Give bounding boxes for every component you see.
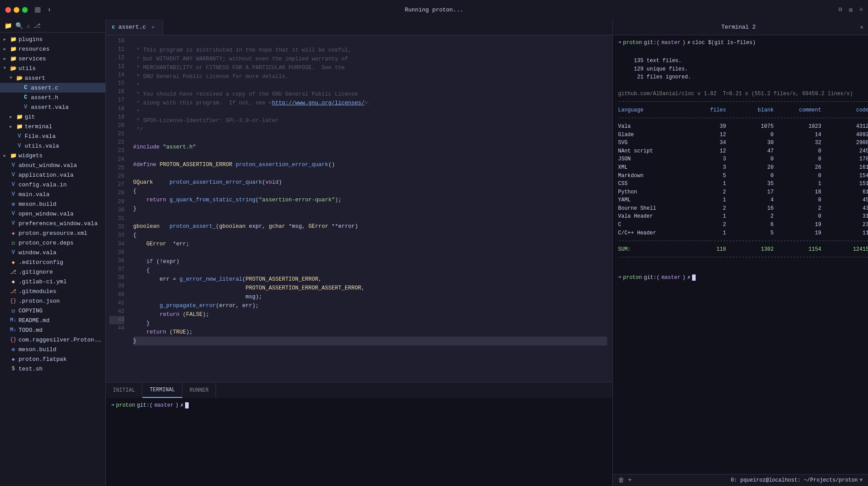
cloc-output: 135 text files. 129 unique files. 21 fil… bbox=[618, 49, 863, 270]
sidebar-item-label: git bbox=[25, 114, 35, 120]
sidebar-item-meson-build-src[interactable]: ⚙ meson.build bbox=[0, 199, 105, 209]
code-editor[interactable]: 1011121314 1516171819 2021222324 2526272… bbox=[106, 35, 612, 382]
right-terminal-content[interactable]: ➜ proton git:(master) ✗ cloc $(git ls-fi… bbox=[613, 35, 868, 474]
tab-initial[interactable]: INITIAL bbox=[106, 382, 142, 398]
vala-file-icon: V bbox=[10, 182, 17, 188]
main-layout: 📁 🔍 ⚠ ⎇ ▶ 📁 plugins ▶ 📁 resources bbox=[0, 19, 868, 486]
sidebar-item-file-vala[interactable]: V File.vala bbox=[0, 131, 105, 141]
tab-runner[interactable]: RUNNER bbox=[183, 382, 216, 398]
download-icon[interactable]: ⬇ bbox=[46, 6, 53, 13]
sidebar-item-label: utils.vala bbox=[25, 143, 59, 149]
sidebar-item-utils[interactable]: ▼ 📂 utils bbox=[0, 63, 105, 73]
sidebar-item-copying[interactable]: ◻ COPYING bbox=[0, 306, 105, 315]
editor-area: C assert.c ✕ 1011121314 1516171819 20212… bbox=[106, 19, 612, 486]
trash-icon[interactable]: 🗑 bbox=[618, 477, 624, 484]
session-selector[interactable]: 0: pqueiroz@localhost: ~/Projects/proton bbox=[731, 477, 858, 483]
minimize-button[interactable] bbox=[14, 7, 19, 13]
config-file-icon: ◆ bbox=[10, 259, 17, 266]
chevron-down-icon: ▼ bbox=[4, 66, 10, 70]
sidebar-item-label: config.vala.in bbox=[19, 182, 67, 188]
right-terminal-cursor bbox=[692, 275, 696, 281]
sidebar-item-widgets[interactable]: ▶ 📁 widgets bbox=[0, 151, 105, 160]
close-button[interactable] bbox=[5, 7, 11, 13]
sidebar-item-proton-flatpak[interactable]: ◈ proton.flatpak bbox=[0, 354, 105, 364]
sidebar-item-services[interactable]: ▶ 📁 services bbox=[0, 54, 105, 63]
split-view-icon[interactable]: ⧉ bbox=[838, 7, 842, 13]
sidebar-item-resources[interactable]: ▶ 📁 resources bbox=[0, 44, 105, 54]
sidebar-item-readme[interactable]: M↓ README.md bbox=[0, 315, 105, 325]
sidebar-item-label: assert.c bbox=[31, 85, 58, 91]
sidebar-item-git[interactable]: ▶ 📁 git bbox=[0, 112, 105, 122]
md-file-icon: M↓ bbox=[10, 327, 17, 333]
maximize-button[interactable] bbox=[22, 7, 28, 13]
sidebar-item-test-sh[interactable]: $ test.sh bbox=[0, 364, 105, 374]
sidebar-item-application-vala[interactable]: V application.vala bbox=[0, 170, 105, 180]
sidebar-item-plugins[interactable]: ▶ 📁 plugins bbox=[0, 34, 105, 44]
right-terminal-prompt-1: ➜ proton git:(master) ✗ cloc $(git ls-fi… bbox=[618, 39, 863, 47]
vala-file-icon: V bbox=[10, 249, 17, 256]
new-folder-icon[interactable]: 📁 bbox=[4, 22, 12, 30]
sidebar-item-window-vala[interactable]: V window.vala bbox=[0, 248, 105, 257]
sidebar-item-proton-json[interactable]: {} .proton.json bbox=[0, 296, 105, 306]
folder-icon: 📁 bbox=[10, 152, 17, 159]
titlebar-right-icons: ⧉ ▤ ≡ bbox=[838, 7, 863, 13]
vala-file-icon: V bbox=[16, 133, 23, 139]
close-right-panel-button[interactable]: ✕ bbox=[860, 23, 864, 31]
prompt-arrow: ➜ bbox=[111, 401, 114, 409]
sidebar-item-meson-build-root[interactable]: ⚙ meson.build bbox=[0, 345, 105, 354]
sidebar-item-label: assert.vala bbox=[31, 104, 69, 111]
window-title: Running proton... bbox=[405, 7, 463, 13]
menu-icon[interactable]: ≡ bbox=[860, 7, 863, 13]
sidebar-item-editorconfig[interactable]: ◆ .editorconfig bbox=[0, 257, 105, 267]
sidebar-item-gitignore[interactable]: ⎇ .gitignore bbox=[0, 267, 105, 277]
line-numbers: 1011121314 1516171819 2021222324 2526272… bbox=[106, 35, 128, 382]
deps-file-icon: ◻ bbox=[10, 240, 17, 246]
search-icon[interactable]: 🔍 bbox=[15, 22, 23, 30]
session-dropdown-icon[interactable]: ▼ bbox=[860, 477, 863, 483]
md-file-icon: M↓ bbox=[10, 317, 17, 323]
sidebar-item-label: resources bbox=[19, 46, 49, 52]
sidebar-item-about-window[interactable]: V about_window.vala bbox=[0, 160, 105, 170]
sidebar: 📁 🔍 ⚠ ⎇ ▶ 📁 plugins ▶ 📁 resources bbox=[0, 19, 106, 486]
vala-file-icon: V bbox=[16, 143, 23, 149]
sidebar-item-todo-md[interactable]: M↓ TODO.md bbox=[0, 325, 105, 335]
branch-icon[interactable]: ⎇ bbox=[34, 22, 41, 30]
sidebar-item-main-vala[interactable]: V main.vala bbox=[0, 189, 105, 199]
folder-icon: 📁 bbox=[16, 123, 23, 130]
chevron-right-icon: ▶ bbox=[10, 115, 16, 119]
sidebar-item-open-window[interactable]: V open_window.vala bbox=[0, 209, 105, 219]
sidebar-item-label: test.sh bbox=[19, 366, 43, 372]
vala-file-icon: V bbox=[22, 104, 29, 110]
sidebar-item-com-raggesilver-json[interactable]: {} com.raggesilver.Proton.json bbox=[0, 335, 105, 345]
sidebar-toggle-icon[interactable] bbox=[35, 7, 41, 13]
panel-icon[interactable]: ▤ bbox=[849, 7, 853, 13]
sidebar-item-gitmodules[interactable]: ⎇ .gitmodules bbox=[0, 286, 105, 296]
sidebar-item-gitlab-ci[interactable]: ◆ .gitlab-ci.yml bbox=[0, 277, 105, 286]
sidebar-item-terminal[interactable]: ▶ 📁 terminal bbox=[0, 122, 105, 131]
folder-icon: 📁 bbox=[10, 56, 17, 62]
sidebar-toolbar: 📁 🔍 ⚠ ⎇ bbox=[0, 19, 105, 33]
tab-terminal[interactable]: TERMINAL bbox=[142, 382, 183, 398]
sidebar-item-assert-vala[interactable]: V assert.vala bbox=[0, 102, 105, 112]
sidebar-item-assert-c[interactable]: C assert.c bbox=[0, 83, 105, 93]
sidebar-item-gresource-xml[interactable]: ◈ proton.gresource.xml bbox=[0, 228, 105, 238]
text-file-icon: ◻ bbox=[10, 308, 17, 314]
sidebar-item-prefs-window[interactable]: V preferences_window.vala bbox=[0, 219, 105, 228]
chevron-right-icon: ▶ bbox=[4, 153, 10, 158]
alert-icon[interactable]: ⚠ bbox=[26, 22, 30, 30]
terminal-area[interactable]: ➜ proton git:(master) ✗ bbox=[106, 398, 612, 486]
sidebar-item-assert-h[interactable]: C assert.h bbox=[0, 93, 105, 102]
sidebar-item-assert-folder[interactable]: ▼ 📂 assert bbox=[0, 73, 105, 83]
sidebar-item-config-vala[interactable]: V config.vala.in bbox=[0, 180, 105, 189]
sidebar-item-utils-vala[interactable]: V utils.vala bbox=[0, 141, 105, 151]
right-terminal-bottom-bar: 🗑 + 0: pqueiroz@localhost: ~/Projects/pr… bbox=[613, 474, 868, 486]
terminal-cursor bbox=[185, 402, 189, 408]
close-tab-button[interactable]: ✕ bbox=[149, 24, 156, 31]
vala-file-icon: V bbox=[10, 162, 17, 168]
vala-file-icon: V bbox=[10, 211, 17, 217]
sidebar-item-label: .editorconfig bbox=[19, 259, 63, 266]
add-terminal-button[interactable]: + bbox=[628, 476, 632, 484]
sidebar-item-proton-core-deps[interactable]: ◻ proton_core.deps bbox=[0, 238, 105, 248]
code-content[interactable]: * This program is distributed in the hop… bbox=[128, 35, 612, 382]
editor-tab-assert-c[interactable]: C assert.c ✕ bbox=[106, 19, 163, 35]
